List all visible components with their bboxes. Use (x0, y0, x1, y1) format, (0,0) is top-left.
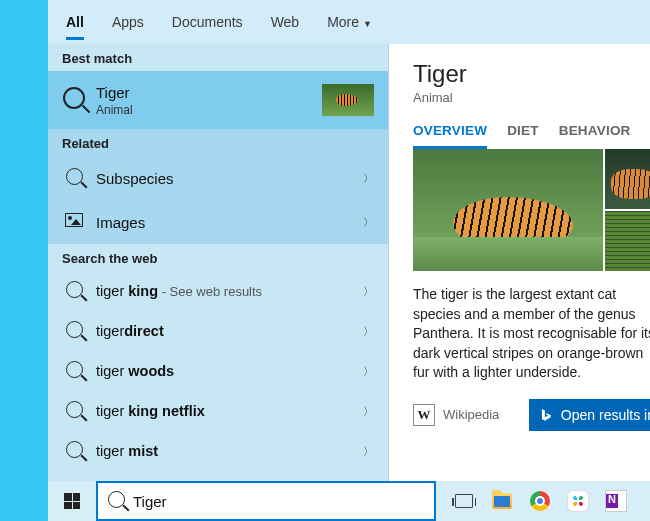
chrome-button[interactable] (526, 487, 554, 515)
search-icon (62, 321, 86, 342)
preview-image-side (605, 149, 650, 271)
search-box[interactable] (96, 481, 436, 521)
file-explorer-button[interactable] (488, 487, 516, 515)
body-split: Best match Tiger Animal Related Subspeci… (48, 44, 650, 481)
preview-title: Tiger (413, 60, 650, 88)
slack-icon (568, 491, 588, 511)
tab-documents[interactable]: Documents (158, 4, 257, 40)
best-match-result[interactable]: Tiger Animal (48, 71, 388, 129)
web-result-label: tiger king - See web results (96, 283, 363, 299)
chevron-right-icon: 〉 (363, 215, 374, 230)
tab-label: Web (271, 14, 300, 30)
best-match-subtitle: Animal (96, 103, 314, 117)
web-result[interactable]: tiger woods 〉 (48, 351, 388, 391)
folder-icon (492, 493, 512, 509)
accent-leftbar (0, 0, 48, 521)
slack-button[interactable] (564, 487, 592, 515)
tab-web[interactable]: Web (257, 4, 314, 40)
web-result-label: tigerdirect (96, 323, 363, 339)
taskbar (48, 481, 650, 521)
web-result[interactable]: tiger mist 〉 (48, 431, 388, 471)
search-icon (62, 87, 86, 113)
onenote-button[interactable] (602, 487, 630, 515)
wikipedia-icon: W (413, 404, 435, 426)
bing-icon (539, 407, 553, 423)
chevron-right-icon: 〉 (363, 404, 374, 419)
onenote-icon (606, 491, 626, 511)
related-label: Images (96, 214, 363, 231)
search-input[interactable] (133, 493, 424, 510)
web-section: Search the web tiger king - See web resu… (48, 244, 388, 471)
window-root: All Apps Documents Web More▼ Best match … (0, 0, 650, 521)
task-view-icon (455, 494, 473, 508)
preview-footer: W Wikipedia Open results in (413, 399, 650, 431)
web-result-label: tiger king netflix (96, 403, 363, 419)
filter-tabs: All Apps Documents Web More▼ (48, 0, 650, 44)
related-images[interactable]: Images 〉 (48, 200, 388, 244)
related-subspecies[interactable]: Subspecies 〉 (48, 156, 388, 200)
chevron-right-icon: 〉 (363, 171, 374, 186)
chevron-right-icon: 〉 (363, 444, 374, 459)
section-related: Related (48, 129, 388, 156)
chevron-right-icon: 〉 (363, 324, 374, 339)
best-match-title: Tiger (96, 84, 130, 101)
related-label: Subspecies (96, 170, 363, 187)
search-icon (62, 441, 86, 462)
preview-image-thumb[interactable] (605, 211, 650, 271)
tab-apps[interactable]: Apps (98, 4, 158, 40)
tab-more[interactable]: More▼ (313, 4, 386, 40)
web-result[interactable]: tiger king - See web results 〉 (48, 271, 388, 311)
preview-description: The tiger is the largest extant cat spec… (413, 285, 650, 383)
web-result[interactable]: tigerdirect 〉 (48, 311, 388, 351)
taskbar-icons (436, 487, 630, 515)
preview-tab-behavior[interactable]: BEHAVIOR (559, 123, 631, 149)
preview-source[interactable]: Wikipedia (443, 407, 499, 422)
windows-icon (64, 493, 80, 509)
web-result[interactable]: tiger king netflix 〉 (48, 391, 388, 431)
open-in-browser-button[interactable]: Open results in (529, 399, 650, 431)
search-icon (62, 281, 86, 302)
preview-tab-diet[interactable]: DIET (507, 123, 539, 149)
search-icon (62, 401, 86, 422)
section-best-match: Best match (48, 44, 388, 71)
web-result-label: tiger mist (96, 443, 363, 459)
tab-all[interactable]: All (52, 4, 98, 40)
start-button[interactable] (48, 481, 96, 521)
tab-label: All (66, 14, 84, 30)
chrome-icon (530, 491, 550, 511)
preview-tab-overview[interactable]: OVERVIEW (413, 123, 487, 149)
preview-tabs: OVERVIEW DIET BEHAVIOR (413, 123, 650, 149)
chevron-right-icon: 〉 (363, 364, 374, 379)
best-match-label: Tiger Animal (96, 84, 314, 117)
preview-image-thumb[interactable] (605, 149, 650, 209)
preview-pane: Tiger Animal OVERVIEW DIET BEHAVIOR The … (388, 44, 650, 481)
task-view-button[interactable] (450, 487, 478, 515)
related-section: Related Subspecies 〉 Images 〉 (48, 129, 388, 244)
preview-image-main[interactable] (413, 149, 603, 271)
web-result-label: tiger woods (96, 363, 363, 379)
preview-subtitle: Animal (413, 90, 650, 105)
results-pane: Best match Tiger Animal Related Subspeci… (48, 44, 388, 481)
section-search-web: Search the web (48, 244, 388, 271)
search-icon (108, 491, 125, 512)
tab-label: Documents (172, 14, 243, 30)
open-button-label: Open results in (561, 407, 650, 423)
preview-images (413, 149, 650, 271)
tab-label: Apps (112, 14, 144, 30)
search-icon (62, 361, 86, 382)
search-icon (62, 168, 86, 189)
chevron-right-icon: 〉 (363, 284, 374, 299)
tab-label: More (327, 14, 359, 30)
main-column: All Apps Documents Web More▼ Best match … (48, 0, 650, 521)
chevron-down-icon: ▼ (363, 19, 372, 29)
image-icon (62, 213, 86, 231)
best-match-thumbnail (322, 84, 374, 116)
